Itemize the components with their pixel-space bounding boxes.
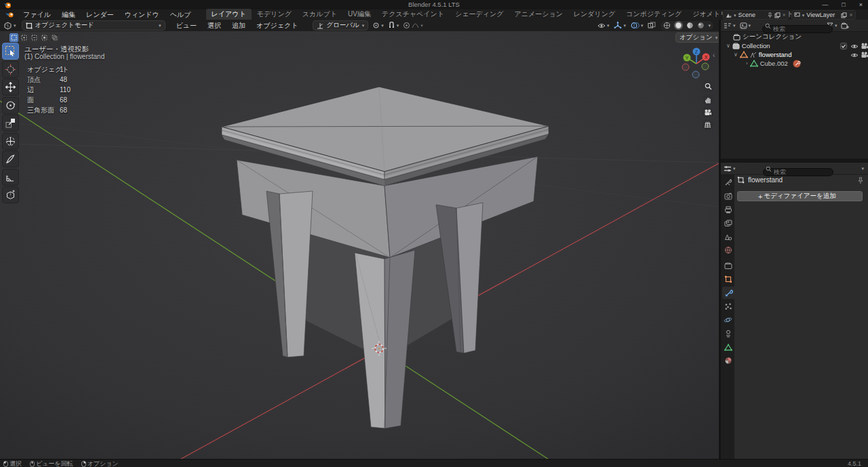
- tool-transform[interactable]: [2, 133, 19, 150]
- shading-material-icon[interactable]: [686, 22, 694, 29]
- remove-viewlayer-icon[interactable]: ×: [849, 12, 852, 18]
- new-viewlayer-icon[interactable]: [841, 12, 847, 18]
- row-scene-collection[interactable]: シーンコレクション: [733, 33, 802, 41]
- workspace-tab-modeling[interactable]: モデリング: [252, 9, 297, 20]
- tab-constraints[interactable]: [722, 327, 734, 340]
- menu-help[interactable]: ヘルプ: [165, 10, 197, 20]
- collection-checkbox[interactable]: [840, 43, 847, 49]
- new-collection-button[interactable]: [841, 21, 849, 31]
- menu-window[interactable]: ウィンドウ: [119, 10, 165, 20]
- tab-collection[interactable]: [722, 260, 734, 272]
- row-flowerstand[interactable]: ∨ flowerstand: [734, 50, 791, 59]
- overlays-toggle[interactable]: ▾: [631, 21, 644, 31]
- workspace-tab-rendering[interactable]: レンダリング: [568, 9, 620, 20]
- tool-add-cube[interactable]: [2, 186, 19, 203]
- tab-world[interactable]: [722, 244, 734, 256]
- breadcrumb-object-name[interactable]: flowerstand: [748, 176, 783, 184]
- row-collection[interactable]: ∨ Collection: [726, 41, 770, 50]
- workspace-tab-compositing[interactable]: コンポジティング: [620, 9, 687, 20]
- viewport-menu-view[interactable]: ビュー: [171, 21, 202, 31]
- new-scene-icon[interactable]: [774, 12, 781, 18]
- ortho-toggle-button[interactable]: [702, 119, 713, 131]
- tool-cursor[interactable]: [2, 61, 19, 78]
- collection-render-camera-icon[interactable]: [861, 43, 868, 49]
- viewport-menu-add[interactable]: 追加: [226, 21, 251, 31]
- menu-render[interactable]: レンダー: [81, 10, 119, 20]
- properties-options-dropdown[interactable]: ▾: [861, 166, 864, 171]
- tab-material[interactable]: [722, 354, 734, 367]
- outliner-search[interactable]: [762, 22, 833, 34]
- tool-rotate[interactable]: [2, 97, 19, 114]
- options-dropdown[interactable]: オプション▾: [675, 33, 722, 43]
- select-mode-invert-button[interactable]: [40, 33, 49, 42]
- show-object-types-dropdown[interactable]: ▾: [597, 21, 610, 31]
- workspace-tab-shading[interactable]: シェーディング: [450, 9, 509, 20]
- properties-editor-type[interactable]: ▾: [724, 164, 736, 174]
- shading-dropdown[interactable]: ▾: [708, 23, 711, 28]
- maximize-button[interactable]: □: [842, 1, 845, 8]
- workspace-tab-texturepaint[interactable]: テクスチャペイント: [376, 9, 450, 20]
- workspace-tab-animation[interactable]: アニメーション: [509, 9, 568, 20]
- tab-view-layer[interactable]: [722, 217, 734, 229]
- tab-data[interactable]: [722, 341, 734, 353]
- navigation-gizmo[interactable]: Z Y X: [679, 42, 716, 81]
- outliner-filter-image[interactable]: ▾: [740, 21, 751, 31]
- select-mode-extend-button[interactable]: [20, 33, 28, 42]
- workspace-tab-layout[interactable]: レイアウト: [206, 9, 252, 20]
- tab-physics[interactable]: [722, 314, 734, 326]
- viewport-menu-object[interactable]: オブジェクト: [251, 21, 303, 31]
- scene-selector[interactable]: ▾ Scene ×: [723, 10, 789, 20]
- tab-output[interactable]: [722, 203, 734, 216]
- close-button[interactable]: ×: [859, 1, 863, 8]
- pin-icon[interactable]: [768, 12, 772, 18]
- pivot-point-dropdown[interactable]: ▾: [372, 21, 384, 31]
- tab-render[interactable]: [722, 190, 734, 202]
- viewport-canvas[interactable]: [0, 31, 719, 459]
- menu-file[interactable]: ファイル: [18, 10, 56, 20]
- tab-modifiers[interactable]: [722, 287, 734, 299]
- minimize-button[interactable]: —: [822, 1, 828, 8]
- properties-search[interactable]: [763, 165, 833, 177]
- blender-menu-logo-icon[interactable]: [5, 12, 15, 18]
- scene-name[interactable]: Scene: [738, 12, 766, 18]
- editor-type-button[interactable]: ▾: [3, 21, 16, 31]
- shading-rendered-icon[interactable]: [697, 22, 705, 29]
- workspace-tab-sculpting[interactable]: スカルプト: [297, 9, 342, 20]
- select-mode-subtract-button[interactable]: [30, 33, 39, 42]
- transform-orientation-dropdown[interactable]: グローバル ▾: [313, 20, 368, 31]
- viewport-menu-select[interactable]: 選択: [202, 21, 226, 31]
- tab-scene[interactable]: [722, 230, 734, 243]
- breadcrumb-pin-icon[interactable]: [858, 177, 863, 184]
- tool-annotate[interactable]: [2, 150, 19, 167]
- unlink-scene-icon[interactable]: ×: [783, 12, 786, 18]
- select-mode-set-button[interactable]: [9, 33, 18, 42]
- gizmos-toggle[interactable]: ▾: [614, 21, 626, 31]
- tab-tool[interactable]: [722, 176, 734, 188]
- tool-measure[interactable]: [2, 169, 19, 186]
- snap-toggle[interactable]: ▾: [388, 21, 399, 31]
- row-cube-002[interactable]: › Cube.002: [746, 59, 801, 68]
- shading-wireframe-icon[interactable]: [663, 22, 671, 29]
- shading-solid-icon[interactable]: [675, 22, 682, 29]
- tab-particles[interactable]: [722, 300, 734, 312]
- zoom-button[interactable]: [703, 81, 714, 92]
- pan-button[interactable]: [703, 94, 714, 106]
- viewlayer-selector[interactable]: ▾ ViewLayer ×: [791, 10, 856, 20]
- xray-toggle[interactable]: [648, 21, 656, 31]
- mode-dropdown[interactable]: オブジェクトモード ▾: [22, 20, 165, 31]
- menu-edit[interactable]: 編集: [56, 10, 81, 20]
- tab-object[interactable]: [722, 273, 734, 285]
- select-mode-intersect-button[interactable]: [50, 33, 59, 42]
- tool-select-box[interactable]: [2, 43, 19, 60]
- proportional-edit-toggle[interactable]: ▾: [403, 21, 423, 31]
- outliner-display-mode[interactable]: ▾: [724, 21, 736, 31]
- collection-hide-eye-icon[interactable]: [850, 43, 859, 49]
- properties-search-input[interactable]: [763, 168, 833, 176]
- viewlayer-name[interactable]: ViewLayer: [806, 12, 839, 18]
- workspace-tab-uv[interactable]: UV編集: [342, 9, 376, 20]
- flowerstand-hide-eye-icon[interactable]: [850, 52, 859, 58]
- add-modifier-button[interactable]: + モディファイアーを追加: [737, 191, 863, 201]
- outliner-search-input[interactable]: [762, 25, 833, 33]
- tool-move[interactable]: [2, 79, 19, 96]
- camera-view-button[interactable]: [702, 106, 713, 118]
